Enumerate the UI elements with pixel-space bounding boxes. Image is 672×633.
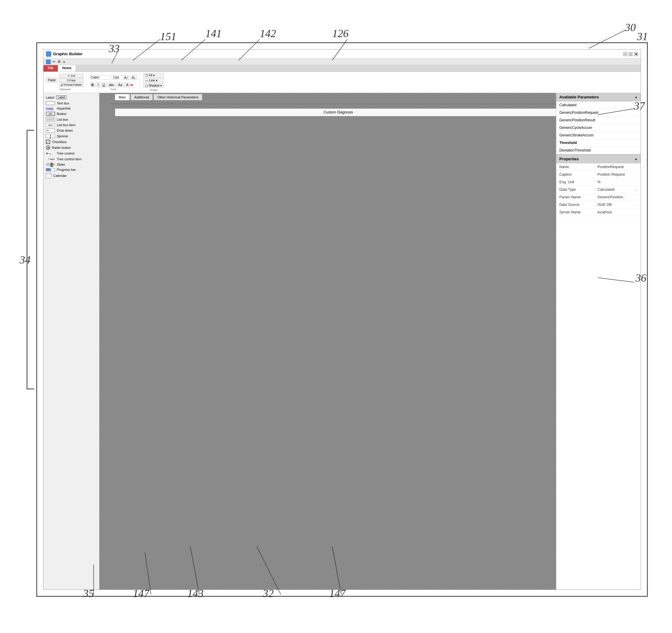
prop-key-datasource: Data Source	[556, 201, 594, 209]
strikethrough-btn[interactable]: abc	[107, 82, 116, 87]
props-collapse-btn[interactable]: ▲	[634, 157, 638, 160]
callout-35: 35	[83, 587, 94, 600]
font-name-input[interactable]	[90, 75, 111, 80]
font-shrink-btn[interactable]: A↓	[130, 75, 137, 80]
listbox-icon	[46, 118, 55, 122]
checkbox-icon: ✓	[46, 140, 50, 144]
toolbox-item-listbox[interactable]: List box	[45, 117, 98, 122]
ribbon-tab-home[interactable]: Home	[58, 65, 76, 72]
prop-row-paramname: Param Name GenericPosition..	[556, 194, 641, 201]
cut-btn[interactable]: ✂ Cut	[59, 74, 83, 78]
properties-header: Properties ▲	[556, 155, 641, 163]
qat-icon1[interactable]	[46, 59, 51, 64]
toolbox-item-button[interactable]: btn Button	[45, 111, 98, 117]
prop-key-engunit: Eng. Unit	[556, 178, 594, 186]
toolbox-item-spinner[interactable]: ▲ ▼ Spinner	[45, 133, 98, 139]
font-group: A↑ A↓ B I U abc Aa A Font	[89, 73, 140, 92]
param-item-2[interactable]: GenericPositionResult	[556, 117, 641, 124]
toolbox-item-tree[interactable]: ⊞─┐ Tree control	[45, 151, 98, 156]
toolbox-panel: Label: Label Text box hyperl Hyperlink	[44, 93, 99, 589]
toolbox-item-dropdown[interactable]: ▼ Drop down	[45, 128, 98, 133]
canvas-area[interactable]: Custom Diagnosis Parameter Value	[99, 93, 556, 589]
label-sample-box: Label	[56, 95, 67, 99]
format-painter-btn[interactable]: 🖌 Format Painter	[59, 83, 83, 87]
italic-btn[interactable]: I	[96, 82, 100, 87]
main-work-area: Label: Label Text box hyperl Hyperlink	[44, 93, 641, 589]
qat-icon2[interactable]: ⚙	[57, 60, 61, 64]
callout-143: 143	[187, 587, 203, 600]
toolbox-item-calendar[interactable]: Calendar	[45, 172, 98, 179]
clipboard-group: Paste ✂ Cut ⎘ Copy 🖌 Format Painter Clip…	[45, 73, 87, 92]
font-color-btn[interactable]: A	[125, 82, 130, 87]
callout-142: 142	[260, 27, 276, 40]
line-btn[interactable]: — Line ▾	[143, 78, 164, 83]
left-bracket	[27, 130, 34, 389]
callout-31: 31	[637, 30, 648, 43]
font-size-input[interactable]	[112, 75, 122, 80]
slider-icon	[46, 163, 55, 166]
tab-main[interactable]: Main	[115, 94, 130, 100]
toolbox-item-progress[interactable]: Progress bar	[45, 167, 98, 172]
callout-147a: 147	[133, 587, 149, 600]
toolbox-item-slider[interactable]: Slider	[45, 162, 98, 167]
prop-key-caption: Caption	[556, 171, 594, 178]
right-panel: Available Parameters ▲ Calculated Generi…	[556, 93, 641, 589]
param-item-0[interactable]: Calculated	[556, 101, 641, 109]
toolbox-label-row: Label: Label	[45, 95, 98, 100]
param-item-1[interactable]: GenericPositionRequest	[556, 109, 641, 117]
tabs-bar: Main Additional Other Historical Paramet…	[115, 94, 202, 100]
font-label: Font	[90, 88, 137, 91]
fit-btn[interactable]: ☐ Fit ▾	[143, 73, 164, 78]
app-icon	[46, 51, 51, 57]
diagnosis-title: Custom Diagnosis	[115, 109, 556, 116]
properties-table-wrapper: Name PositionRequest Caption Position Re…	[556, 163, 641, 589]
ribbon-content: Paste ✂ Cut ⎘ Copy 🖌 Format Painter Clip…	[44, 72, 641, 93]
prop-key-name: Name	[556, 163, 594, 171]
callout-151: 151	[160, 30, 176, 43]
prop-val-datatype[interactable]: Calculated⌄	[594, 186, 641, 193]
qat-icon3[interactable]: ≡	[63, 60, 66, 64]
callout-126: 126	[332, 27, 349, 40]
shadow-btn[interactable]: ◻ Shadow ▾	[143, 83, 164, 88]
params-collapse-btn[interactable]: ▲	[634, 95, 638, 99]
copy-btn[interactable]: ⎘ Copy	[59, 78, 83, 82]
outer-frame: Graphic Builder ─ □ ✕ ↩ ⚙ ≡ File Home	[36, 42, 648, 597]
param-item-3[interactable]: GenericCycleAccum	[556, 124, 641, 132]
param-item-6[interactable]: DeviationThreshold	[556, 147, 641, 154]
ribbon-tab-file[interactable]: File	[44, 65, 58, 72]
prop-row-name: Name PositionRequest	[556, 163, 641, 171]
bold-btn[interactable]: B	[90, 82, 95, 87]
paste-btn[interactable]: Paste	[46, 78, 58, 83]
textbox-icon	[46, 101, 55, 105]
graphic-canvas: Custom Diagnosis Parameter Value	[110, 104, 556, 104]
close-btn[interactable]: ✕	[634, 52, 638, 56]
prop-val-name: PositionRequest	[594, 163, 641, 171]
app-title: Graphic Builder	[53, 52, 83, 56]
tab-other[interactable]: Other Historical Parameters	[153, 94, 202, 100]
callout-147b: 147	[329, 587, 345, 600]
listbox-item-icon: item	[46, 123, 55, 127]
tab-additional[interactable]: Additional	[130, 94, 153, 100]
underline-btn[interactable]: U	[101, 82, 106, 87]
toolbox-item-radio[interactable]: Radio button	[45, 145, 98, 150]
qat-undo[interactable]: ↩	[52, 60, 56, 64]
param-item-5[interactable]: Threshold	[556, 139, 641, 147]
hyperlink-icon: hyperl	[46, 106, 55, 110]
progress-icon	[46, 168, 55, 171]
maximize-btn[interactable]: □	[628, 52, 633, 56]
minimize-btn[interactable]: ─	[623, 52, 627, 56]
toolbox-item-listbox-item[interactable]: item List box item	[45, 123, 98, 127]
font-grow-btn[interactable]: A↑	[123, 75, 129, 80]
param-item-4[interactable]: GenericStrokeAccum	[556, 132, 641, 139]
toolbox-item-tree-item[interactable]: └ item Tree control item	[45, 156, 98, 162]
toolbox-item-textbox[interactable]: Text box	[45, 101, 98, 106]
shape-label: Shape	[143, 88, 164, 92]
font-case-btn[interactable]: Aa	[117, 82, 123, 87]
prop-val-paramname: GenericPosition..	[594, 194, 641, 201]
available-params-header: Available Parameters ▲	[556, 93, 641, 101]
toolbox-item-hyperlink[interactable]: hyperl Hyperlink	[45, 106, 98, 111]
dropdown-icon: ▼	[46, 128, 55, 132]
toolbox-item-checkbox[interactable]: ✓ Checkbox	[45, 139, 98, 145]
prop-row-engunit: Eng. Unit %	[556, 178, 641, 186]
prop-val-servername: localhost	[594, 209, 641, 216]
